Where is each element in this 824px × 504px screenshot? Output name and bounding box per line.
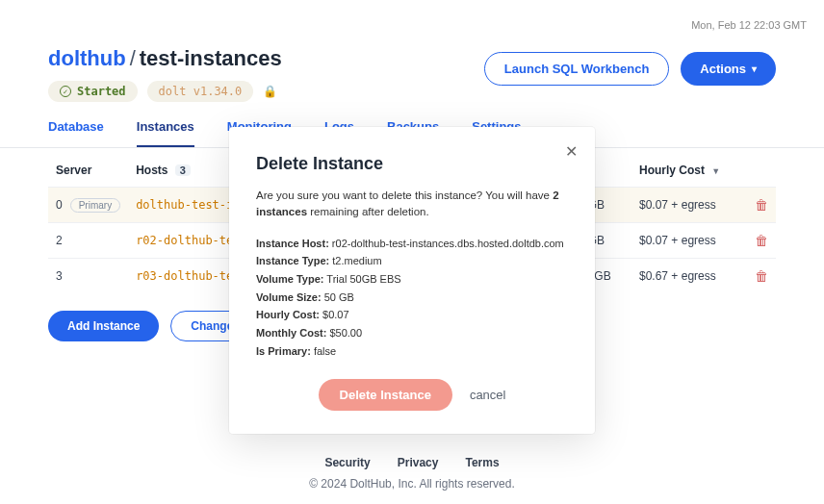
launch-workbench-button[interactable]: Launch SQL Workbench bbox=[484, 52, 669, 86]
version-badge: dolt v1.34.0 bbox=[147, 81, 254, 102]
tab-instances[interactable]: Instances bbox=[137, 119, 194, 147]
hosts-count-badge: 3 bbox=[175, 164, 191, 176]
cancel-button[interactable]: cancel bbox=[470, 388, 506, 402]
trash-icon[interactable]: 🗑 bbox=[755, 233, 768, 248]
footer: Security Privacy Terms © 2024 DoltHub, I… bbox=[0, 441, 824, 504]
modal-details: Instance Host: r02-dolthub-test-instance… bbox=[256, 235, 568, 361]
actions-menu-button[interactable]: Actions ▾ bbox=[681, 52, 776, 86]
modal-title: Delete Instance bbox=[256, 154, 568, 174]
col-server: Server bbox=[48, 148, 128, 188]
delete-instance-modal: ✕ Delete Instance Are you sure you want … bbox=[229, 127, 595, 434]
breadcrumb-repo[interactable]: test-instances bbox=[140, 46, 282, 70]
add-instance-button[interactable]: Add Instance bbox=[48, 311, 159, 341]
close-icon[interactable]: ✕ bbox=[565, 142, 578, 161]
lock-icon: 🔒 bbox=[263, 85, 277, 98]
page-timestamp: Mon, Feb 12 22:03 GMT bbox=[691, 19, 807, 31]
breadcrumb: dolthub/test-instances bbox=[48, 46, 282, 71]
chevron-down-icon: ▾ bbox=[752, 63, 757, 74]
breadcrumb-owner[interactable]: dolthub bbox=[48, 46, 126, 70]
footer-link-security[interactable]: Security bbox=[324, 456, 370, 469]
sort-caret-icon: ▼ bbox=[711, 166, 720, 176]
tab-database[interactable]: Database bbox=[48, 119, 104, 147]
primary-badge: Primary bbox=[70, 198, 120, 213]
footer-link-terms[interactable]: Terms bbox=[465, 456, 499, 469]
confirm-delete-button[interactable]: Delete Instance bbox=[319, 379, 452, 411]
check-icon: ✓ bbox=[60, 86, 71, 97]
trash-icon[interactable]: 🗑 bbox=[755, 197, 768, 213]
trash-icon[interactable]: 🗑 bbox=[755, 268, 768, 284]
modal-confirm-text: Are you sure you want to delete this ins… bbox=[256, 188, 568, 221]
status-badge: ✓ Started bbox=[48, 81, 138, 102]
footer-copyright: © 2024 DoltHub, Inc. All rights reserved… bbox=[0, 477, 824, 491]
footer-link-privacy[interactable]: Privacy bbox=[398, 456, 439, 469]
col-cost[interactable]: Hourly Cost ▼ bbox=[631, 148, 747, 188]
